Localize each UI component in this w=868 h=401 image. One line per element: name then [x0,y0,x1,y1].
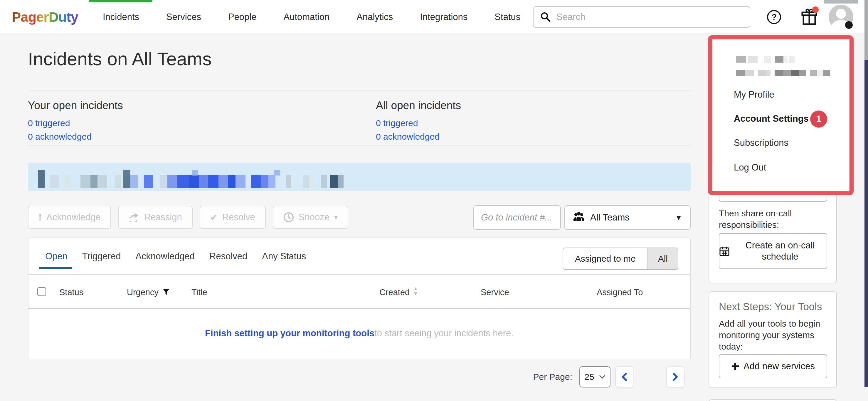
next-steps-heading: Next Steps: Your Tools [719,301,822,313]
pagerduty-logo[interactable]: PagerDuty [12,9,78,25]
chevron-down-icon: ▾ [334,213,338,221]
column-created[interactable]: Created [379,288,410,297]
per-page-select[interactable]: 25 [579,366,611,388]
plus-icon [731,362,739,370]
all-acknowledged-link[interactable]: 0 acknowledged [376,132,461,142]
nav-item-automation[interactable]: Automation [283,12,330,22]
user-dropdown-menu: My Profile Account Settings 1 Subscripti… [713,39,849,191]
chevron-down-icon [599,375,606,379]
your-triggered-link[interactable]: 0 triggered [28,118,123,128]
tab-any-status[interactable]: Any Status [262,251,306,262]
scrollbar-stub [824,0,858,3]
partial-card [709,399,837,401]
next-page-button[interactable] [666,366,684,388]
exclamation-icon: ! [38,212,42,223]
redacted-block [38,170,44,176]
people-group-icon [572,212,585,223]
search-icon [540,11,551,23]
tab-acknowledged[interactable]: Acknowledged [135,251,195,262]
per-page-value: 25 [584,372,594,382]
top-navigation-bar: PagerDuty Incidents Services People Auto… [0,0,868,34]
redacted-user-name [736,56,795,63]
menu-item-log-out[interactable]: Log Out [734,162,766,173]
finish-setup-link[interactable]: Finish setting up your monitoring tools [205,328,374,339]
info-banner-redacted [28,163,691,191]
redacted-text [38,175,429,188]
filter-funnel-icon[interactable] [163,289,169,295]
divider [28,90,691,91]
status-tabs: Open Triggered Acknowledged Resolved Any… [29,238,690,275]
nav-item-services[interactable]: Services [166,12,201,22]
share-oncall-text: Then share on-call responsibilities: [719,207,828,230]
chevron-down-icon: ▼ [675,213,682,222]
redacted-block [192,170,198,175]
nav-item-integrations[interactable]: Integrations [420,12,467,22]
add-services-label: Add new services [744,361,815,372]
nav-item-people[interactable]: People [228,12,257,22]
menu-item-account-settings[interactable]: Account Settings [734,113,809,124]
per-page-label: Per Page: [533,372,572,382]
assignment-toggle: Assigned to me All [563,248,678,270]
empty-state: Finish setting up your monitoring tools … [29,309,690,358]
team-filter-value: All Teams [590,212,629,223]
previous-page-button[interactable] [615,366,633,388]
redacted-user-email [736,70,830,76]
all-triggered-link[interactable]: 0 triggered [376,118,461,128]
table-header-row: Status Urgency Title Created ▲▼ Service … [29,275,690,309]
resolve-button[interactable]: ✔ Resolve [200,206,266,229]
acknowledge-label: Acknowledge [46,212,100,223]
chevron-left-icon [622,373,627,381]
nav-item-analytics[interactable]: Analytics [356,12,393,22]
add-services-button[interactable]: Add new services [719,354,827,378]
main-nav: Incidents Services People Automation Ana… [103,0,520,34]
team-filter-dropdown[interactable]: All Teams ▼ [564,205,691,230]
annotation-badge-1: 1 [810,111,827,127]
your-open-incidents: Your open incidents 0 triggered 0 acknow… [28,99,123,145]
search-input[interactable] [556,12,733,22]
scrollbar-track[interactable] [865,60,868,387]
empty-state-text: to start seeing your incidents here. [374,328,514,339]
your-acknowledged-link[interactable]: 0 acknowledged [28,132,123,142]
global-search[interactable] [533,6,750,28]
column-assigned-to[interactable]: Assigned To [597,288,643,297]
tab-resolved[interactable]: Resolved [209,251,247,262]
avatar-silhouette-head [836,9,846,19]
sort-icon[interactable]: ▲▼ [413,286,418,296]
all-open-heading: All open incidents [376,99,461,112]
reassign-label: Reassign [144,212,182,223]
assigned-to-me-toggle[interactable]: Assigned to me [563,248,648,269]
goto-incident-input[interactable] [481,212,554,223]
divider [28,145,691,146]
next-steps-card: Next Steps: Your Tools Add all your tool… [709,291,837,388]
pagerduty-app: PagerDuty Incidents Services People Auto… [0,0,868,401]
incidents-table-card: Open Triggered Acknowledged Resolved Any… [28,237,691,359]
column-service[interactable]: Service [481,288,509,297]
column-urgency[interactable]: Urgency [127,288,159,297]
whats-new-gift-icon[interactable] [801,8,817,26]
resolve-label: Resolve [222,212,255,223]
goto-incident-field[interactable] [473,205,561,230]
next-steps-body: Add all your tools to begin monitoring y… [719,318,830,352]
column-title[interactable]: Title [191,288,207,297]
notification-dot [812,6,819,13]
nav-item-incidents[interactable]: Incidents [103,12,139,22]
all-toggle-selected[interactable]: All [648,248,678,269]
nav-item-status[interactable]: Status [495,12,520,22]
snooze-button[interactable]: Snooze ▾ [273,206,348,229]
tab-triggered[interactable]: Triggered [82,251,121,262]
menu-item-subscriptions[interactable]: Subscriptions [734,138,788,148]
all-open-incidents: All open incidents 0 triggered 0 acknowl… [376,99,461,145]
your-open-heading: Your open incidents [28,99,123,112]
avatar-status-dot [845,21,853,29]
create-schedule-button[interactable]: Create an on-call schedule [719,233,827,269]
page-title: Incidents on All Teams [28,48,212,69]
help-icon[interactable]: ? [767,10,781,24]
reassign-button[interactable]: Reassign [118,206,192,229]
scrollbar-thumb[interactable] [865,0,868,60]
check-icon: ✔ [210,212,218,223]
select-all-checkbox[interactable] [37,287,46,296]
acknowledge-button[interactable]: ! Acknowledge [28,206,111,229]
menu-item-my-profile[interactable]: My Profile [734,89,774,100]
tab-open[interactable]: Open [45,251,67,262]
column-status[interactable]: Status [59,288,83,297]
